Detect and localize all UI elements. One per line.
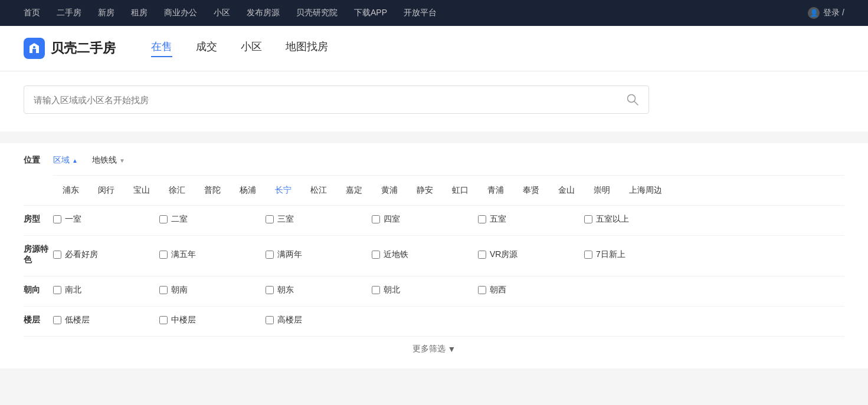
checkbox-west-input[interactable] <box>478 286 486 294</box>
nav-item-community[interactable]: 小区 <box>214 8 230 18</box>
tab-community[interactable]: 小区 <box>241 39 262 57</box>
checkbox-five-years[interactable]: 满五年 <box>159 249 266 260</box>
svg-point-0 <box>33 46 35 48</box>
nav-item-download[interactable]: 下载APP <box>354 8 387 18</box>
checkbox-five-years-input[interactable] <box>159 251 168 259</box>
checkbox-one-room[interactable]: 一室 <box>53 214 159 225</box>
nav-item-newhouse[interactable]: 新房 <box>98 8 114 18</box>
checkbox-five-plus-room[interactable]: 五室以上 <box>584 214 690 225</box>
checkbox-near-metro[interactable]: 近地铁 <box>372 249 478 260</box>
checkbox-south[interactable]: 朝南 <box>159 285 266 295</box>
checkbox-five-room-label: 五室 <box>490 214 506 225</box>
district-minhang[interactable]: 闵行 <box>89 183 124 198</box>
svg-line-2 <box>634 101 638 105</box>
checkbox-three-room-input[interactable] <box>266 215 274 223</box>
checkbox-south-north-input[interactable] <box>53 286 61 294</box>
metro-arrow-icon: ▼ <box>119 157 125 164</box>
search-button[interactable] <box>626 93 639 106</box>
checkbox-must-see-input[interactable] <box>53 251 61 259</box>
checkbox-low-floor[interactable]: 低楼层 <box>53 315 159 325</box>
checkbox-new-7days-label: 7日新上 <box>596 249 625 260</box>
district-pudong[interactable]: 浦东 <box>53 183 89 198</box>
checkbox-vr[interactable]: VR房源 <box>478 249 584 260</box>
nav-item-publish[interactable]: 发布房源 <box>247 8 280 18</box>
tab-on-sale[interactable]: 在售 <box>151 39 172 57</box>
nav-item-rental[interactable]: 租房 <box>131 8 148 18</box>
district-putuo[interactable]: 普陀 <box>195 183 230 198</box>
nav-item-commercial[interactable]: 商业办公 <box>164 8 197 18</box>
district-baoshan[interactable]: 宝山 <box>124 183 159 198</box>
checkbox-south-north[interactable]: 南北 <box>53 285 159 295</box>
checkbox-two-room-input[interactable] <box>159 215 168 223</box>
checkbox-near-metro-label: 近地铁 <box>384 249 408 260</box>
district-xuhui[interactable]: 徐汇 <box>159 183 195 198</box>
district-jingan[interactable]: 静安 <box>407 183 443 198</box>
user-avatar-icon: 👤 <box>808 7 820 19</box>
checkbox-east-input[interactable] <box>266 286 274 294</box>
district-jinshan[interactable]: 金山 <box>549 183 584 198</box>
district-qingpu[interactable]: 青浦 <box>478 183 513 198</box>
feature-label: 房源特色 <box>24 244 53 265</box>
district-songjiang[interactable]: 松江 <box>301 183 336 198</box>
checkbox-mid-floor[interactable]: 中楼层 <box>159 315 266 325</box>
checkbox-north[interactable]: 朝北 <box>372 285 478 295</box>
orientation-filter-row: 朝向 南北 朝南 朝东 朝北 朝西 <box>24 276 844 295</box>
district-jiading[interactable]: 嘉定 <box>336 183 372 198</box>
checkbox-vr-label: VR房源 <box>490 249 517 260</box>
nav-item-research[interactable]: 贝壳研究院 <box>296 8 338 18</box>
checkbox-south-input[interactable] <box>159 286 168 294</box>
feature-filter-row: 房源特色 必看好房 满五年 满两年 近地铁 VR房源 <box>24 235 844 265</box>
more-filters-chevron-icon: ▼ <box>448 344 456 354</box>
checkbox-four-room-input[interactable] <box>372 215 380 223</box>
checkbox-two-years[interactable]: 满两年 <box>266 249 372 260</box>
checkbox-high-floor-input[interactable] <box>266 316 274 324</box>
checkbox-one-room-input[interactable] <box>53 215 61 223</box>
checkbox-two-years-label: 满两年 <box>277 249 302 260</box>
checkbox-mid-floor-label: 中楼层 <box>171 315 196 325</box>
more-filters-button[interactable]: 更多筛选 ▼ <box>24 336 844 357</box>
tab-map[interactable]: 地图找房 <box>286 39 328 57</box>
district-yangpu[interactable]: 杨浦 <box>230 183 266 198</box>
login-area[interactable]: 👤 登录 / <box>808 7 844 19</box>
orientation-label: 朝向 <box>24 285 53 295</box>
room-type-items: 一室 二室 三室 四室 五室 五室以上 <box>53 214 844 225</box>
filter-tab-area[interactable]: 区域 ▲ <box>53 155 78 166</box>
header-top: 贝壳二手房 在售 成交 小区 地图找房 <box>24 38 844 59</box>
filter-tab-metro[interactable]: 地铁线 ▼ <box>92 155 125 166</box>
checkbox-west-label: 朝西 <box>490 285 506 295</box>
checkbox-two-years-input[interactable] <box>266 251 274 259</box>
district-chongming[interactable]: 崇明 <box>584 183 620 198</box>
checkbox-three-room[interactable]: 三室 <box>266 214 372 225</box>
checkbox-west[interactable]: 朝西 <box>478 285 584 295</box>
checkbox-new-7days-input[interactable] <box>584 251 592 259</box>
nav-item-secondhand[interactable]: 二手房 <box>57 8 81 18</box>
checkbox-new-7days[interactable]: 7日新上 <box>584 249 690 260</box>
checkbox-five-room[interactable]: 五室 <box>478 214 584 225</box>
checkbox-high-floor[interactable]: 高楼层 <box>266 315 372 325</box>
checkbox-five-plus-room-input[interactable] <box>584 215 592 223</box>
district-surroundings[interactable]: 上海周边 <box>620 183 672 198</box>
search-input[interactable] <box>34 95 626 105</box>
district-fengxian[interactable]: 奉贤 <box>513 183 549 198</box>
checkbox-near-metro-input[interactable] <box>372 251 380 259</box>
checkbox-low-floor-input[interactable] <box>53 316 61 324</box>
top-nav-left: 首页 二手房 新房 租房 商业办公 小区 发布房源 贝壳研究院 下载APP 开放… <box>24 8 437 18</box>
checkbox-north-input[interactable] <box>372 286 380 294</box>
checkbox-two-room[interactable]: 二室 <box>159 214 266 225</box>
login-text[interactable]: 登录 / <box>823 8 844 18</box>
district-huangpu[interactable]: 黄浦 <box>372 183 407 198</box>
header-section: 贝壳二手房 在售 成交 小区 地图找房 <box>0 26 868 71</box>
district-hongkou[interactable]: 虹口 <box>443 183 478 198</box>
checkbox-mid-floor-input[interactable] <box>159 316 168 324</box>
checkbox-five-room-input[interactable] <box>478 215 486 223</box>
nav-item-home[interactable]: 首页 <box>24 8 40 18</box>
logo: 贝壳二手房 <box>24 38 116 59</box>
nav-item-open[interactable]: 开放平台 <box>404 8 437 18</box>
checkbox-four-room[interactable]: 四室 <box>372 214 478 225</box>
tab-sold[interactable]: 成交 <box>196 39 217 57</box>
checkbox-east[interactable]: 朝东 <box>266 285 372 295</box>
checkbox-vr-input[interactable] <box>478 251 486 259</box>
checkbox-must-see[interactable]: 必看好房 <box>53 249 159 260</box>
checkbox-three-room-label: 三室 <box>277 214 294 225</box>
district-changning[interactable]: 长宁 <box>266 183 301 198</box>
